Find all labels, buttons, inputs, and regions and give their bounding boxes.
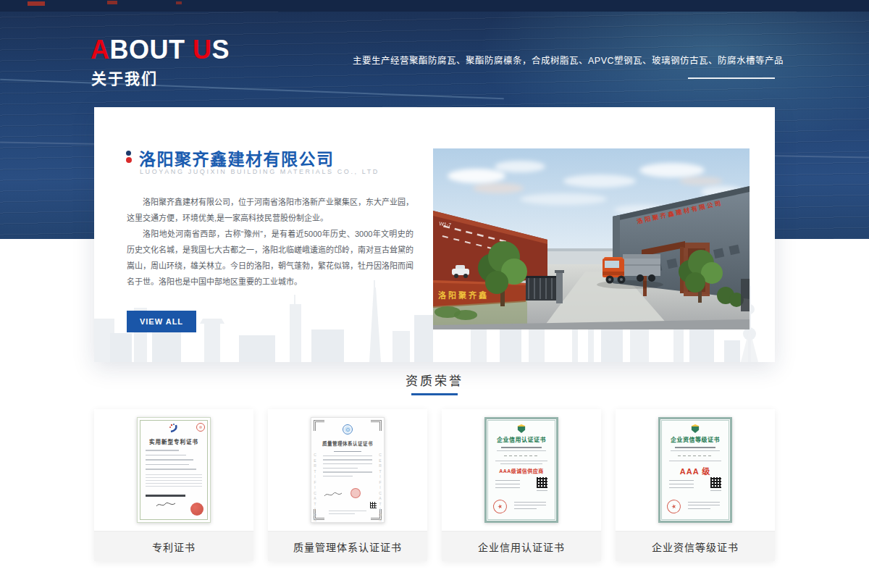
company-name: 洛阳聚齐鑫建材有限公司 (139, 146, 335, 170)
quality-logo-icon (343, 424, 353, 434)
certificate-label: 企业信用认证证书 (442, 531, 601, 561)
tagline-underline (688, 77, 775, 79)
side-text: CERTIFICATION (313, 453, 317, 524)
shield-logo-icon (518, 424, 526, 433)
certificate-card-credit[interactable]: 企业信用认证证书 AAA级诚信供应商 ★ 企业信用认证证书 (442, 409, 601, 561)
signature (155, 500, 177, 510)
certificate-highlight: AAA 级 (660, 465, 730, 476)
page-title-en: ABOUT US (91, 35, 230, 65)
qr-code-icon (537, 477, 547, 488)
text-line (497, 450, 545, 451)
wall-sign-left: 洛阳聚齐鑫 (438, 290, 489, 300)
corner-ornament (314, 420, 324, 431)
factory-photo: W1-7 洛阳聚齐鑫建材有限公司 (433, 148, 750, 329)
text-paragraph (146, 474, 202, 489)
dash-divider (504, 455, 539, 456)
certificate-image: 实用新型专利证书 (94, 409, 253, 531)
certificate-doc-title: 企业资信等级证书 (660, 435, 730, 443)
red-seal-icon (190, 503, 203, 516)
certificate-card-patent[interactable]: 实用新型专利证书 专利证书 (94, 409, 253, 561)
products-tagline: 主要生产经营聚酯防腐瓦、聚酯防腐檩条，合成树脂瓦、APVC塑钢瓦、玻璃钢仿古瓦、… (353, 53, 784, 67)
red-seal-icon: ★ (666, 498, 682, 515)
certificate-label: 质量管理体系认证证书 (268, 531, 427, 561)
truck (597, 254, 663, 289)
certificate-highlight: AAA级诚信供应商 (487, 467, 556, 474)
certificate-card-quality[interactable]: 质量管理体系认证证书 CERTIFICATION CERTIFICATION 质… (268, 409, 427, 561)
certificate-label: 企业资信等级证书 (616, 531, 775, 561)
strip-decoration (28, 1, 45, 6)
top-strip (0, 0, 869, 12)
red-seal-icon: ★ (492, 498, 508, 515)
side-text: CERTIFICATION (378, 453, 382, 524)
footer-lines (329, 511, 366, 516)
intro-paragraph: 洛阳地处河南省西部，古称“豫州”，是有着近5000年历史、3000年文明史的历史… (127, 226, 413, 290)
certificate-image: 企业资信等级证书 AAA 级 ★ (616, 409, 775, 531)
signature (323, 490, 343, 499)
view-all-button[interactable]: VIEW ALL (127, 311, 196, 332)
text-line (500, 463, 542, 464)
text-line (669, 461, 722, 461)
dash-divider (678, 455, 713, 456)
text-lines (146, 450, 196, 474)
brand-dots-icon (125, 151, 132, 163)
certificate-image: 质量管理体系认证证书 CERTIFICATION CERTIFICATION (268, 409, 427, 531)
qr-code-icon (710, 477, 721, 488)
certificate-row: 实用新型专利证书 专利证书 质量管理体系认证证书 (94, 409, 775, 561)
qr-caption-line (537, 490, 547, 491)
company-line (675, 447, 715, 448)
corner-ornament (371, 420, 382, 431)
certificate-doc-title: 实用新型专利证书 (138, 437, 210, 445)
qr-code-icon (370, 502, 377, 508)
strip-decoration (107, 1, 117, 4)
patent-badge-icon (196, 423, 205, 432)
text-lines (495, 480, 520, 491)
certificate-image: 企业信用认证证书 AAA级诚信供应商 ★ (442, 409, 601, 531)
honors-title-underline (411, 393, 458, 395)
certificate-label: 专利证书 (94, 531, 253, 561)
strip-decoration (176, 1, 182, 4)
company-name-en: LUOYANG JUQIXIN BUILDING MATERIALS CO., … (140, 168, 379, 175)
honors-section-title: 资质荣誉 (0, 371, 869, 389)
shield-logo-icon (692, 424, 700, 433)
text-lines (323, 451, 372, 480)
certificate-card-rating[interactable]: 企业资信等级证书 AAA 级 ★ 企业资信等级证书 (616, 409, 775, 561)
company-line (501, 447, 542, 448)
text-lines (669, 480, 694, 491)
page-title-cn: 关于我们 (91, 67, 158, 88)
company-intro: 洛阳聚齐鑫建材有限公司，位于河南省洛阳市洛新产业聚集区，东大产业园，这里交通方便… (127, 194, 413, 290)
text-line (671, 450, 719, 451)
patent-logo-icon (169, 423, 179, 433)
footer-lines (514, 502, 546, 512)
certificate-doc-title: 质量管理体系认证证书 (311, 440, 384, 447)
intro-paragraph: 洛阳聚齐鑫建材有限公司，位于河南省洛阳市洛新产业聚集区，东大产业园，这里交通方便… (127, 194, 413, 226)
red-seal-icon (350, 488, 361, 498)
text-line (495, 461, 548, 461)
qr-caption-line (710, 490, 721, 491)
about-card: 洛阳聚齐鑫建材有限公司 LUOYANG JUQIXIN BUILDING MAT… (94, 107, 775, 362)
footer-lines (688, 502, 720, 512)
divider-bar (146, 495, 185, 497)
certificate-doc-title: 企业信用认证证书 (487, 435, 556, 443)
